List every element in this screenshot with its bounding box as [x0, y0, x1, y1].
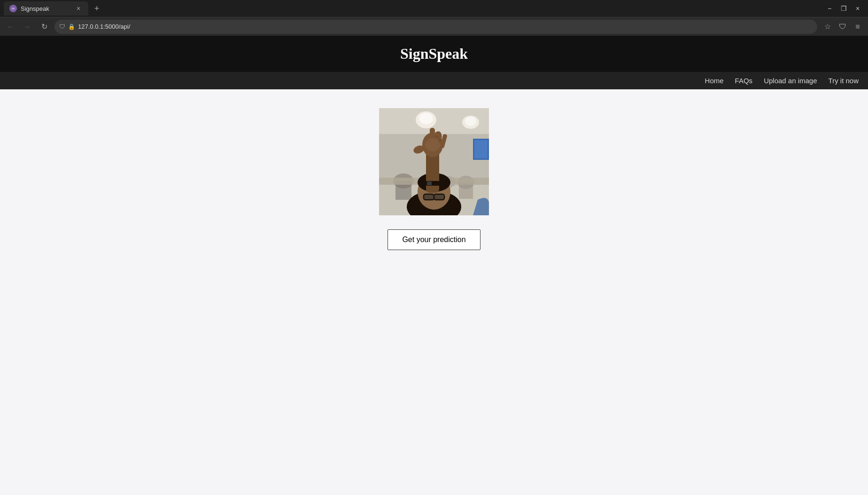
browser-tab-active[interactable]: ∞ Signspeak ×	[4, 1, 88, 16]
shield-button[interactable]: 🛡	[836, 20, 849, 33]
nav-faqs[interactable]: FAQs	[735, 77, 753, 85]
site-title: SignSpeak	[0, 45, 868, 63]
get-prediction-button[interactable]: Get your prediction	[388, 229, 480, 250]
browser-toolbar: ← → ↻ 🛡 🔒 127.0.0.1:5000/api/ ☆ 🛡 ≡	[0, 17, 868, 36]
browser-tab-bar: ∞ Signspeak × + − ❐ ×	[0, 0, 868, 17]
address-bar[interactable]: 🛡 🔒 127.0.0.1:5000/api/	[54, 20, 817, 34]
nav-try-now[interactable]: Try it now	[829, 77, 859, 85]
nav-home[interactable]: Home	[705, 77, 724, 85]
svg-rect-20	[424, 195, 434, 199]
svg-rect-25	[427, 181, 432, 185]
shield-icon: 🛡	[59, 23, 65, 30]
menu-button[interactable]: ≡	[851, 20, 864, 33]
site-content: Get your prediction	[0, 89, 868, 418]
minimize-button[interactable]: −	[823, 2, 836, 15]
svg-point-32	[465, 117, 476, 126]
hand-sign-image	[379, 108, 489, 215]
svg-rect-7	[474, 140, 488, 158]
url-text: 127.0.0.1:5000/api/	[78, 23, 813, 30]
new-tab-button[interactable]: +	[90, 2, 103, 15]
site-header: SignSpeak	[0, 36, 868, 72]
svg-point-30	[425, 138, 440, 151]
window-controls: − ❐ ×	[823, 2, 864, 15]
site-nav: Home FAQs Upload an image Try it now	[0, 72, 868, 89]
svg-point-31	[419, 113, 433, 124]
bookmark-button[interactable]: ☆	[821, 20, 834, 33]
toolbar-right: ☆ 🛡 ≡	[821, 20, 864, 33]
tab-close-button[interactable]: ×	[74, 4, 83, 13]
browser-chrome: ∞ Signspeak × + − ❐ × ← → ↻ 🛡 🔒 127.0.0.…	[0, 0, 868, 36]
reload-button[interactable]: ↻	[38, 20, 51, 33]
back-button[interactable]: ←	[4, 20, 17, 33]
tab-favicon: ∞	[9, 5, 17, 12]
nav-upload[interactable]: Upload an image	[764, 77, 817, 85]
site-wrapper: SignSpeak Home FAQs Upload an image Try …	[0, 36, 868, 418]
tab-title: Signspeak	[21, 5, 70, 12]
close-button[interactable]: ×	[851, 2, 864, 15]
uploaded-image-container	[379, 108, 489, 215]
svg-rect-11	[459, 182, 473, 199]
svg-rect-21	[434, 195, 444, 199]
forward-button[interactable]: →	[21, 20, 34, 33]
lock-icon: 🔒	[68, 24, 75, 30]
restore-button[interactable]: ❐	[837, 2, 850, 15]
